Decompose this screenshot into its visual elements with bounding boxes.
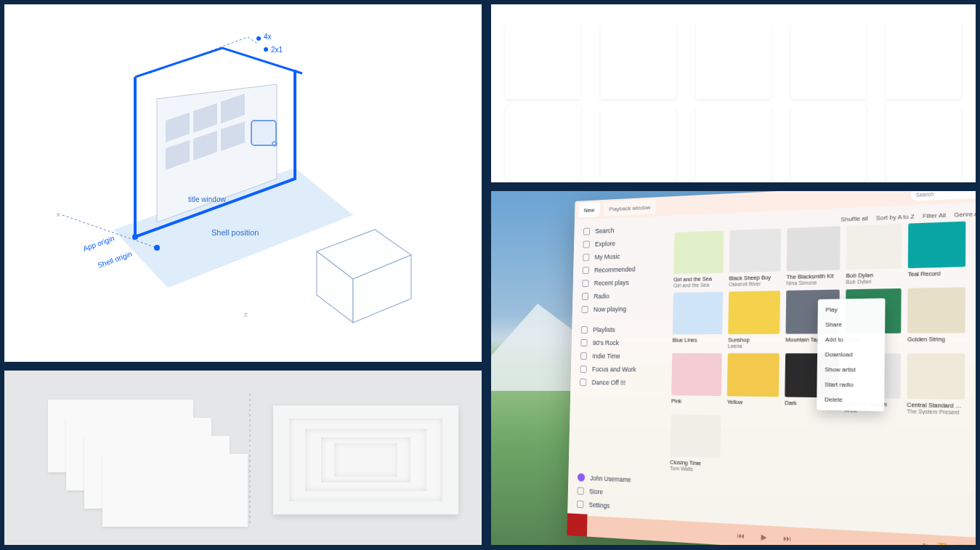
compass-icon <box>583 240 590 248</box>
album-item[interactable]: Closing TimeTom Waits <box>670 414 721 473</box>
album-title: Golden String <box>907 336 965 343</box>
album-item[interactable]: The Blacksmith KitNina Simone <box>786 226 840 286</box>
album-art <box>908 222 966 269</box>
sidebar-item-playlists[interactable]: Playlists <box>572 323 670 336</box>
album-title: Sunshop <box>728 336 779 344</box>
app-tab[interactable]: New <box>578 202 599 217</box>
sidebar-label: Dance Off !!! <box>591 379 625 387</box>
sidebar-item-playlist[interactable]: Indie Time <box>571 349 669 363</box>
album-subtitle: Girl and the Sea <box>673 282 723 288</box>
isometric-diagram: 4x 2x1 title window Shell position App o… <box>4 4 482 362</box>
sidebar-label: John Username <box>590 474 631 483</box>
ctx-share[interactable]: Share <box>817 317 885 332</box>
clock-icon <box>582 280 588 287</box>
playlist-icon <box>580 379 586 386</box>
app-tab[interactable]: Playback window <box>604 199 656 216</box>
dim-label-4x: 4x <box>264 33 272 41</box>
player-next-button[interactable]: ⏭ <box>784 533 792 543</box>
album-item[interactable]: Black Sheep BoyOkkervil River <box>729 228 781 287</box>
album-grid-area: Shuffle all Sort by A to Z Filter All Ge… <box>666 201 976 538</box>
ctx-play[interactable]: Play <box>818 302 886 318</box>
svg-point-16 <box>132 234 138 240</box>
empty-card <box>791 23 866 99</box>
music-icon <box>583 254 589 261</box>
sidebar-item-radio[interactable]: Radio <box>572 288 671 304</box>
avatar-icon <box>578 473 585 482</box>
album-item[interactable]: Pink <box>671 353 722 411</box>
album-art <box>671 414 721 458</box>
label-app-origin: App origin <box>82 234 116 253</box>
album-subtitle: Leena <box>728 343 779 349</box>
address-search[interactable]: Search <box>911 191 976 201</box>
svg-point-17 <box>154 245 160 251</box>
empty-card <box>886 106 961 182</box>
card-grid-panel <box>491 4 976 182</box>
sidebar-item-playlist[interactable]: Dance Off !!! <box>570 376 669 390</box>
album-subtitle: Nina Simone <box>786 279 840 286</box>
album-title: Pink <box>671 397 721 405</box>
album-item[interactable]: Central Standard TimeThe System Present <box>907 353 965 415</box>
sidebar-label: Store <box>589 488 603 496</box>
player-play-button[interactable]: ▶ <box>761 532 766 541</box>
player-volume-button[interactable]: 🔊 <box>955 543 964 545</box>
sidebar-item-playlist[interactable]: 90's Rock <box>572 336 670 349</box>
music-app-window[interactable]: × New Playback window Search Search Expl… <box>567 191 976 545</box>
sidebar-label: Now playing <box>594 305 626 313</box>
album-item[interactable]: Blue Lines <box>672 292 723 349</box>
ctx-showartist[interactable]: Show artist <box>817 362 885 377</box>
album-art <box>729 228 782 272</box>
svg-rect-11 <box>251 121 276 145</box>
ctx-download[interactable]: Download <box>817 347 885 363</box>
sidebar-label: Radio <box>594 292 610 299</box>
playlist-icon <box>580 365 586 373</box>
star-icon <box>583 267 589 274</box>
ctx-startradio[interactable]: Start radio <box>817 377 884 393</box>
ctx-addto[interactable]: Add to <box>817 332 885 347</box>
album-art <box>671 353 722 396</box>
radio-icon <box>582 293 588 300</box>
album-subtitle: The System Present <box>907 408 965 415</box>
album-item[interactable]: Yellow <box>726 353 779 411</box>
elevation-panel <box>4 371 482 545</box>
empty-card <box>696 23 771 99</box>
now-playing-art[interactable] <box>567 513 587 536</box>
album-subtitle: Bob Dylan <box>846 278 901 285</box>
empty-card <box>601 106 676 182</box>
album-item[interactable]: SunshopLeena <box>728 291 780 349</box>
album-item[interactable]: Golden String <box>907 287 965 349</box>
play-icon <box>581 306 588 313</box>
album-title: Blue Lines <box>673 336 723 344</box>
album-item[interactable]: Teal Record <box>908 222 966 284</box>
sidebar: Search Explore My Music Recommended Rece… <box>567 216 672 520</box>
album-art <box>673 230 724 274</box>
svg-text:z: z <box>244 311 248 318</box>
sidebar-item-playlist[interactable]: Focus and Work <box>571 363 669 376</box>
empty-card <box>886 23 961 99</box>
svg-point-19 <box>264 47 268 52</box>
sort-dropdown[interactable]: Sort by A to Z <box>876 213 915 222</box>
filter-dropdown[interactable]: Filter All <box>923 211 946 219</box>
playlist-icon <box>580 352 587 360</box>
genre-dropdown[interactable]: Genre All <box>954 210 976 219</box>
album-art <box>727 353 779 397</box>
album-art <box>673 292 723 335</box>
sidebar-label: Recent plays <box>594 279 629 287</box>
list-icon <box>581 326 588 333</box>
nested-inset <box>273 405 458 514</box>
player-shuffle-button[interactable]: 🔀 <box>937 543 947 545</box>
gear-icon <box>577 501 583 509</box>
empty-card <box>506 23 580 99</box>
album-art <box>728 291 780 334</box>
album-subtitle: Okkervil River <box>729 280 780 287</box>
album-item[interactable]: Bob DylanBob Dylan <box>846 224 902 285</box>
playlist-icon <box>580 339 587 347</box>
store-icon <box>578 487 584 495</box>
sidebar-item-nowplaying[interactable]: Now playing <box>572 302 671 316</box>
player-prev-button[interactable]: ⏮ <box>737 530 745 539</box>
player-repeat-button[interactable]: ↻ <box>922 542 928 545</box>
album-item[interactable]: Girl and the SeaGirl and the Sea <box>673 230 724 288</box>
svg-text:x: x <box>57 211 60 218</box>
shuffle-button[interactable]: Shuffle all <box>841 215 868 223</box>
album-art <box>787 226 841 271</box>
ctx-delete[interactable]: Delete <box>817 392 884 408</box>
